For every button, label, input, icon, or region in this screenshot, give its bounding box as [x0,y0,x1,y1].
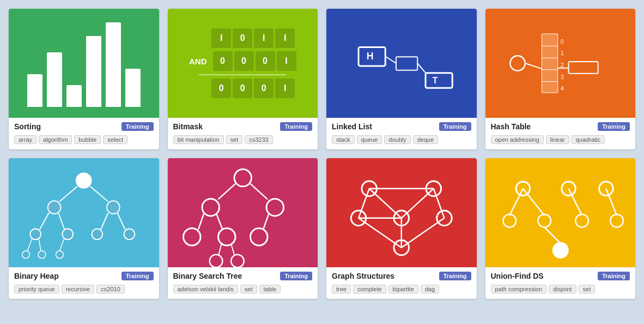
svg-point-29 [38,251,46,259]
tag-binaryheap-1[interactable]: recursive [62,285,95,293]
svg-point-76 [610,214,623,227]
svg-rect-18 [568,62,598,74]
bitmask-r1c2: 0 [233,28,252,48]
tag-bitmask-2[interactable]: cs3233 [245,135,272,144]
svg-line-79 [523,189,544,215]
graph-svg [326,158,477,267]
tag-linkedlist-3[interactable]: deque [413,135,439,144]
card-bitmask[interactable]: I 0 I I AND 0 0 0 I 0 0 0 [168,9,318,149]
svg-line-52 [263,214,269,230]
svg-point-30 [56,251,64,259]
svg-point-43 [183,229,200,245]
svg-line-37 [27,239,32,251]
card-image-linkedlist: H T [326,9,477,118]
svg-line-51 [216,214,222,230]
tag-linkedlist-1[interactable]: queue [357,135,382,144]
card-hashtable[interactable]: 0 1 2 3 4 Hash Table Training open addre… [485,9,636,149]
tag-linkedlist-2[interactable]: doubly [384,135,410,144]
badge-binaryheap: Training [121,272,154,280]
card-tags-hashtable: open addressing linear quadratic [485,133,636,149]
card-title-graph: Graph Structures [332,272,394,280]
svg-line-65 [402,189,434,218]
bitmask-r3c4: I [275,79,295,98]
card-title-unionfind: Union-Find DS [491,272,544,280]
svg-point-28 [22,251,30,259]
svg-line-63 [369,189,402,218]
svg-line-80 [568,189,582,215]
tag-graph-3[interactable]: dag [421,285,439,293]
bitmask-and-label: AND [189,57,211,66]
tag-binaryheap-2[interactable]: cs2010 [96,285,124,293]
card-binaryheap[interactable]: Binary Heap Training priority queue recu… [9,158,159,299]
card-footer-hashtable: Hash Table Training [485,118,636,133]
svg-line-82 [544,227,561,244]
card-footer-bst: Binary Search Tree Training [168,267,318,283]
bar-3 [66,85,82,107]
bar-4 [86,36,101,107]
bar-2 [47,52,62,107]
svg-point-44 [218,229,235,245]
svg-point-24 [30,229,41,240]
unionfind-svg [485,158,636,267]
tag-sorting-0[interactable]: array [14,135,37,144]
tag-unionfind-2[interactable]: set [579,285,596,293]
card-title-linkedlist: Linked List [332,122,372,131]
svg-line-36 [118,213,125,230]
tag-sorting-3[interactable]: select [103,135,127,144]
card-image-bitmask: I 0 I I AND 0 0 0 I 0 0 0 [168,9,318,118]
svg-line-38 [39,239,41,251]
card-tags-graph: tree complete bipartite dag [326,283,477,299]
card-image-bst [168,158,318,267]
card-title-bitmask: Bitmask [173,122,203,131]
tag-bst-0[interactable]: adelson velskii landis [173,285,238,293]
card-bst[interactable]: Binary Search Tree Training adelson vels… [168,158,318,299]
card-unionfind[interactable]: Union-Find DS Training path compression … [485,158,636,299]
card-tags-sorting: array algorithm bubble select [9,133,159,149]
card-image-sorting [9,9,159,118]
tag-binaryheap-0[interactable]: priority queue [14,285,59,293]
svg-point-77 [552,243,568,258]
tag-unionfind-1[interactable]: disjoint [549,285,576,293]
linkedlist-svg: H T [326,9,477,118]
tag-hashtable-0[interactable]: open addressing [491,135,544,144]
bitmask-r2c1: 0 [213,51,233,71]
card-image-binaryheap [9,158,159,267]
tag-graph-1[interactable]: complete [353,285,386,293]
tag-unionfind-0[interactable]: path compression [491,285,547,293]
svg-line-78 [509,189,523,215]
svg-text:0: 0 [560,38,563,45]
card-footer-binaryheap: Binary Heap Training [9,267,159,283]
svg-line-5 [385,56,396,63]
svg-line-19 [525,63,542,69]
tag-hashtable-1[interactable]: linear [546,135,569,144]
card-graph[interactable]: Graph Structures Training tree complete … [326,158,477,299]
svg-point-23 [107,201,120,214]
tag-hashtable-2[interactable]: quadratic [572,135,605,144]
svg-point-75 [575,214,588,227]
tag-graph-2[interactable]: bipartite [388,285,418,293]
bitmask-r2c3: 0 [256,51,275,71]
svg-text:H: H [367,51,374,62]
binaryheap-svg [9,158,159,267]
bst-svg [168,158,318,267]
card-grid: Sorting Training array algorithm bubble … [9,9,635,299]
bar-5 [106,22,121,107]
svg-line-49 [250,184,267,200]
tag-graph-0[interactable]: tree [332,285,351,293]
badge-sorting: Training [121,122,154,131]
tag-bitmask-0[interactable]: bit manipulation [173,135,224,144]
bar-6 [125,69,141,107]
svg-text:4: 4 [560,85,563,92]
tag-bst-1[interactable]: set [240,285,257,293]
card-tags-bitmask: bit manipulation set cs3233 [168,133,318,149]
tag-sorting-2[interactable]: bubble [74,135,101,144]
svg-text:T: T [433,76,438,85]
tag-bitmask-1[interactable]: set [226,135,243,144]
card-linkedlist[interactable]: H T Linked List Training stack queue dou… [326,9,477,149]
card-sorting[interactable]: Sorting Training array algorithm bubble … [9,9,159,149]
tag-linkedlist-0[interactable]: stack [332,135,355,144]
badge-bst: Training [280,272,312,280]
tag-bst-2[interactable]: table [259,285,281,293]
tag-sorting-1[interactable]: algorithm [39,135,72,144]
bitmask-r2c2: 0 [234,51,254,71]
